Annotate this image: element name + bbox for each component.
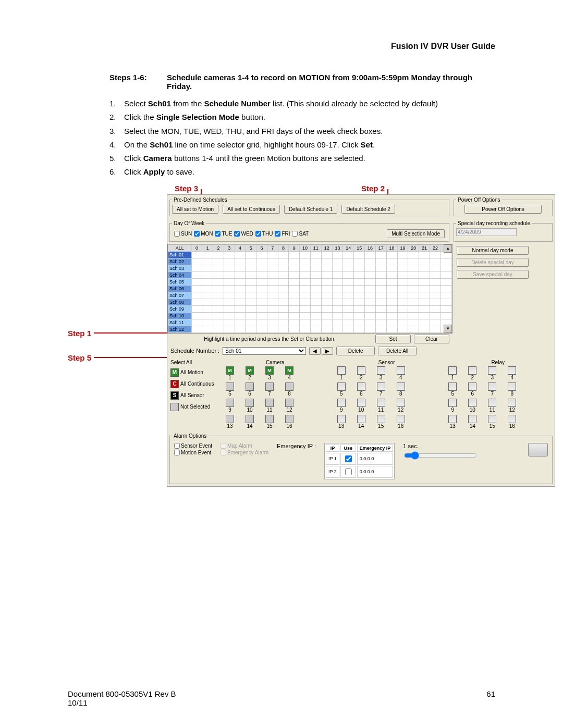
relay-grid-3[interactable]: 3 xyxy=(484,366,500,380)
relay-grid-8[interactable]: 8 xyxy=(504,382,520,397)
sched-delete-button[interactable]: Delete xyxy=(336,347,375,355)
camera-grid-6[interactable]: 6 xyxy=(241,382,258,397)
sensor-grid-2[interactable]: 2 xyxy=(353,366,370,380)
normal-day-button[interactable]: Normal day mode xyxy=(457,246,529,255)
relay-grid-5[interactable]: 5 xyxy=(444,382,461,397)
poweroff-button[interactable]: Power Off Options xyxy=(464,205,542,214)
relay-grid-15[interactable]: 15 xyxy=(484,415,500,429)
relay-grid-7[interactable]: 7 xyxy=(484,382,500,397)
footer-doc: Document 800-05305V1 Rev B xyxy=(68,689,176,698)
sched-next-button[interactable]: ▶ xyxy=(322,347,333,355)
day-of-week-group: Day Of Week SUNMONTUEWEDTHUFRISATMulti S… xyxy=(169,220,449,242)
relay-grid-2[interactable]: 2 xyxy=(464,366,481,380)
relay-grid-9[interactable]: 9 xyxy=(444,399,461,413)
camera-grid-1[interactable]: M1 xyxy=(222,366,238,380)
predefined-schedules-group: Pre-Defined Schedules All set to MotionA… xyxy=(169,197,449,216)
map-alarm-check: Map Alarm xyxy=(221,443,268,449)
camera-grid-8[interactable]: 8 xyxy=(281,382,298,397)
schedule-grid[interactable]: ALL0123456789101112131415161718192021222… xyxy=(167,244,452,334)
relay-grid-16[interactable]: 16 xyxy=(504,415,520,429)
all-motion-label: All Motion xyxy=(180,369,203,375)
special-day-group: Special day recording schedule xyxy=(454,220,553,242)
dow-check-sun[interactable]: SUN xyxy=(174,231,192,237)
camera-grid-16[interactable]: 16 xyxy=(281,415,298,429)
relay-grid-10[interactable]: 10 xyxy=(464,399,481,413)
camera-grid-4[interactable]: M4 xyxy=(281,366,298,380)
camera-grid-5[interactable]: 5 xyxy=(222,382,238,397)
footer-date: 10/11 xyxy=(68,698,176,707)
camera-grid-10[interactable]: 10 xyxy=(241,399,258,413)
camera-grid-11[interactable]: 11 xyxy=(261,399,278,413)
sensor-icon: S xyxy=(170,391,179,400)
delete-special-button[interactable]: Delete special day xyxy=(457,258,529,267)
predef-button[interactable]: All set to Motion xyxy=(172,205,218,214)
camera-grid-15[interactable]: 15 xyxy=(261,415,278,429)
sensor-grid-15[interactable]: 15 xyxy=(373,415,389,429)
sensor-grid-6[interactable]: 6 xyxy=(353,382,370,397)
dow-check-sat[interactable]: SAT xyxy=(292,231,309,237)
sensor-grid-4[interactable]: 4 xyxy=(393,366,409,380)
sensor-grid-11[interactable]: 11 xyxy=(373,399,389,413)
set-button[interactable]: Set xyxy=(375,335,411,343)
selection-mode-button[interactable]: Multi Selection Mode xyxy=(387,229,445,238)
instruction-item: 4.On the Sch01 line on time selector gri… xyxy=(109,140,495,150)
camera-grid-14[interactable]: 14 xyxy=(241,415,258,429)
predef-button[interactable]: Default Schedule 1 xyxy=(284,205,338,214)
emergency-ip-table[interactable]: IPUseEmergency IP IP 10.0.0.0 IP 20.0.0.… xyxy=(324,443,395,479)
steps-heading-label: Steps 1-6: xyxy=(109,73,167,91)
steps-heading-text: Schedule cameras 1-4 to record on MOTION… xyxy=(167,73,495,91)
sensor-grid-5[interactable]: 5 xyxy=(333,382,350,397)
save-special-button[interactable]: Save special day xyxy=(457,270,529,279)
relay-grid-4[interactable]: 4 xyxy=(504,366,520,380)
special-date-input[interactable] xyxy=(456,228,517,236)
clear-button[interactable]: Clear xyxy=(414,335,449,343)
dow-check-fri[interactable]: FRI xyxy=(275,231,290,237)
relay-grid-6[interactable]: 6 xyxy=(464,382,481,397)
sensor-grid-3[interactable]: 3 xyxy=(373,366,389,380)
relay-grid-12[interactable]: 12 xyxy=(504,399,520,413)
instruction-item: 2.Click the Single Selection Mode button… xyxy=(109,112,495,122)
sensor-grid-13[interactable]: 13 xyxy=(333,415,350,429)
relay-grid-13[interactable]: 13 xyxy=(444,415,461,429)
motion-event-check[interactable]: Motion Event xyxy=(174,450,212,455)
sensor-grid-12[interactable]: 12 xyxy=(393,399,409,413)
sensor-grid-16[interactable]: 16 xyxy=(393,415,409,429)
continuous-icon: C xyxy=(170,380,179,388)
dow-check-wed[interactable]: WED xyxy=(234,231,253,237)
sched-delete-all-button[interactable]: Delete All xyxy=(378,347,417,355)
relay-grid-1[interactable]: 1 xyxy=(444,366,461,380)
camera-grid-2[interactable]: M2 xyxy=(241,366,258,380)
camera-grid-12[interactable]: 12 xyxy=(281,399,298,413)
sched-prev-button[interactable]: ◀ xyxy=(309,347,321,355)
sensor-grid-10[interactable]: 10 xyxy=(353,399,370,413)
sensor-grid-9[interactable]: 9 xyxy=(333,399,350,413)
camera-grid-7[interactable]: 7 xyxy=(261,382,278,397)
relay-group-title: Relay xyxy=(444,360,552,365)
grid-scroll-down[interactable]: ▾ xyxy=(444,325,452,333)
keyboard-icon[interactable] xyxy=(528,443,548,456)
grid-scroll-up[interactable]: ▴ xyxy=(444,244,452,253)
sensor-grid-14[interactable]: 14 xyxy=(353,415,370,429)
dow-check-thu[interactable]: THU xyxy=(255,231,273,237)
special-legend: Special day recording schedule xyxy=(456,220,532,226)
schedule-number-select[interactable]: Sch 01 xyxy=(223,347,306,355)
relay-grid-11[interactable]: 11 xyxy=(484,399,500,413)
dow-check-mon[interactable]: MON xyxy=(194,231,213,237)
relay-grid-14[interactable]: 14 xyxy=(464,415,481,429)
sensor-grid-8[interactable]: 8 xyxy=(393,382,409,397)
camera-group-title: Camera xyxy=(222,360,329,365)
sensor-grid-7[interactable]: 7 xyxy=(373,382,389,397)
predef-button[interactable]: All set to Continuous xyxy=(223,205,280,214)
instruction-list: 1.Select Sch01 from the Schedule Number … xyxy=(109,98,495,178)
pointer-step1 xyxy=(94,332,172,334)
sensor-event-check[interactable]: Sensor Event xyxy=(174,443,212,449)
steps-heading: Steps 1-6: Schedule cameras 1-4 to recor… xyxy=(109,73,495,91)
sensor-grid-1[interactable]: 1 xyxy=(333,366,350,380)
camera-grid-3[interactable]: M3 xyxy=(261,366,278,380)
predefined-legend: Pre-Defined Schedules xyxy=(172,197,229,203)
dow-check-tue[interactable]: TUE xyxy=(215,231,232,237)
camera-grid-13[interactable]: 13 xyxy=(222,415,238,429)
alarm-duration-slider[interactable] xyxy=(404,451,477,460)
camera-grid-9[interactable]: 9 xyxy=(222,399,238,413)
predef-button[interactable]: Default Schedule 2 xyxy=(341,205,395,214)
